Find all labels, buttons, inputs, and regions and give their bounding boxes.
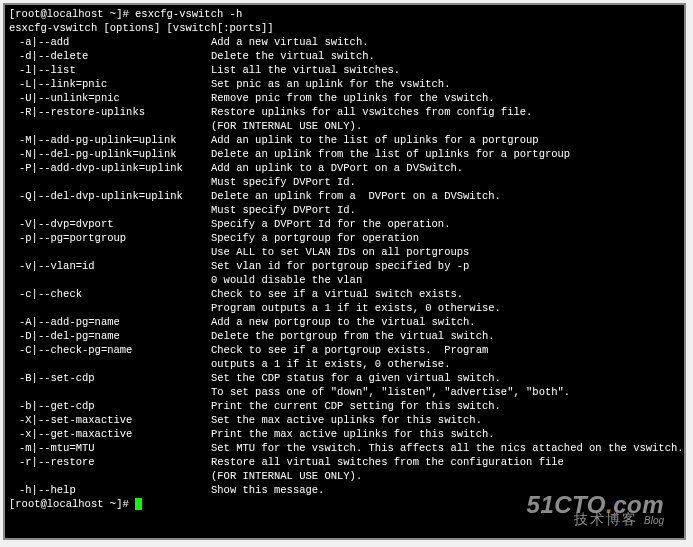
option-flag	[9, 301, 211, 315]
option-row: -U|--unlink=pnicRemove pnic from the upl…	[9, 91, 680, 105]
option-flag: -D|--del-pg=name	[9, 329, 211, 343]
option-row: -Q|--del-dvp-uplink=uplinkDelete an upli…	[9, 189, 680, 203]
option-description: Print the current CDP setting for this s…	[211, 399, 501, 413]
option-row: (FOR INTERNAL USE ONLY).	[9, 469, 680, 483]
option-flag: -M|--add-pg-uplink=uplink	[9, 133, 211, 147]
option-description: Add an uplink to a DVPort on a DVSwitch.	[211, 161, 463, 175]
option-flag: -h|--help	[9, 483, 211, 497]
option-description: Must specify DVPort Id.	[211, 175, 356, 189]
option-row: -L|--link=pnicSet pnic as an uplink for …	[9, 77, 680, 91]
option-row: -m|--mtu=MTUSet MTU for the vswitch. Thi…	[9, 441, 680, 455]
option-description: Restore uplinks for all vswitches from c…	[211, 105, 532, 119]
option-row: -v|--vlan=idSet vlan id for portgroup sp…	[9, 259, 680, 273]
option-row: -C|--check-pg=nameCheck to see if a port…	[9, 343, 680, 357]
option-row: -a|--addAdd a new virtual switch.	[9, 35, 680, 49]
option-row: Must specify DVPort Id.	[9, 203, 680, 217]
option-flag: -V|--dvp=dvport	[9, 217, 211, 231]
option-flag: -P|--add-dvp-uplink=uplink	[9, 161, 211, 175]
option-flag: -l|--list	[9, 63, 211, 77]
option-description: Set the CDP status for a given virtual s…	[211, 371, 501, 385]
option-flag: -d|--delete	[9, 49, 211, 63]
option-flag	[9, 357, 211, 371]
option-flag: -c|--check	[9, 287, 211, 301]
option-description: outputs a 1 if it exists, 0 otherwise.	[211, 357, 450, 371]
option-description: Print the max active uplinks for this sw…	[211, 427, 495, 441]
option-row: -R|--restore-uplinksRestore uplinks for …	[9, 105, 680, 119]
option-description: List all the virtual switches.	[211, 63, 400, 77]
watermark: 51CTO.com 技术博客Blog	[527, 498, 664, 528]
option-description: 0 would disable the vlan	[211, 273, 362, 287]
option-row: To set pass one of "down", "listen", "ad…	[9, 385, 680, 399]
option-description: Specify a portgroup for operation	[211, 231, 419, 245]
option-description: Set pnic as an uplink for the vswitch.	[211, 77, 450, 91]
option-row: -c|--checkCheck to see if a virtual swit…	[9, 287, 680, 301]
option-description: (FOR INTERNAL USE ONLY).	[211, 119, 362, 133]
option-description: To set pass one of "down", "listen", "ad…	[211, 385, 570, 399]
option-description: Must specify DVPort Id.	[211, 203, 356, 217]
option-row: -P|--add-dvp-uplink=uplinkAdd an uplink …	[9, 161, 680, 175]
option-description: Delete an uplink from the list of uplink…	[211, 147, 570, 161]
option-description: Restore all virtual switches from the co…	[211, 455, 564, 469]
option-description: Set MTU for the vswitch. This affects al…	[211, 441, 684, 455]
prompt-user: root@localhost	[15, 8, 103, 20]
usage-line: esxcfg-vswitch [options] [vswitch[:ports…	[9, 21, 680, 35]
option-description: Use ALL to set VLAN IDs on all portgroup…	[211, 245, 469, 259]
option-flag: -a|--add	[9, 35, 211, 49]
option-flag: -x|--get-maxactive	[9, 427, 211, 441]
command-text: esxcfg-vswitch -h	[135, 8, 242, 20]
option-description: Add an uplink to the list of uplinks for…	[211, 133, 539, 147]
option-flag: -m|--mtu=MTU	[9, 441, 211, 455]
option-flag: -r|--restore	[9, 455, 211, 469]
option-flag: -C|--check-pg=name	[9, 343, 211, 357]
option-row: -r|--restoreRestore all virtual switches…	[9, 455, 680, 469]
option-flag: -A|--add-pg=name	[9, 315, 211, 329]
option-row: -b|--get-cdpPrint the current CDP settin…	[9, 399, 680, 413]
option-flag: -X|--set-maxactive	[9, 413, 211, 427]
option-row: -p|--pg=portgroupSpecify a portgroup for…	[9, 231, 680, 245]
option-row: Program outputs a 1 if it exists, 0 othe…	[9, 301, 680, 315]
option-row: -D|--del-pg=nameDelete the portgroup fro…	[9, 329, 680, 343]
option-description: Set the max active uplinks for this swit…	[211, 413, 482, 427]
option-flag	[9, 273, 211, 287]
option-description: Add a new portgroup to the virtual switc…	[211, 315, 476, 329]
option-description: Specify a DVPort Id for the operation.	[211, 217, 450, 231]
option-description: Remove pnic from the uplinks for the vsw…	[211, 91, 495, 105]
option-description: Add a new virtual switch.	[211, 35, 369, 49]
option-flag	[9, 385, 211, 399]
option-row: Must specify DVPort Id.	[9, 175, 680, 189]
option-flag: -p|--pg=portgroup	[9, 231, 211, 245]
option-row: outputs a 1 if it exists, 0 otherwise.	[9, 357, 680, 371]
option-description: Set vlan id for portgroup specified by -…	[211, 259, 469, 273]
option-description: (FOR INTERNAL USE ONLY).	[211, 469, 362, 483]
option-description: Delete the portgroup from the virtual sw…	[211, 329, 495, 343]
option-description: Delete the virtual switch.	[211, 49, 375, 63]
terminal-window[interactable]: [root@localhost ~]# esxcfg-vswitch -h es…	[3, 3, 686, 540]
option-flag: -b|--get-cdp	[9, 399, 211, 413]
prompt-line-1: [root@localhost ~]# esxcfg-vswitch -h	[9, 7, 680, 21]
option-row: -X|--set-maxactiveSet the max active upl…	[9, 413, 680, 427]
option-flag	[9, 175, 211, 189]
option-row: (FOR INTERNAL USE ONLY).	[9, 119, 680, 133]
option-row: Use ALL to set VLAN IDs on all portgroup…	[9, 245, 680, 259]
option-flag: -U|--unlink=pnic	[9, 91, 211, 105]
option-flag: -Q|--del-dvp-uplink=uplink	[9, 189, 211, 203]
watermark-logo: 51CTO.com	[527, 498, 664, 512]
option-flag	[9, 245, 211, 259]
option-flag: -L|--link=pnic	[9, 77, 211, 91]
option-flag: -R|--restore-uplinks	[9, 105, 211, 119]
option-row: -A|--add-pg=nameAdd a new portgroup to t…	[9, 315, 680, 329]
option-row: -B|--set-cdpSet the CDP status for a giv…	[9, 371, 680, 385]
option-row: -M|--add-pg-uplink=uplinkAdd an uplink t…	[9, 133, 680, 147]
option-description: Check to see if a virtual switch exists.	[211, 287, 463, 301]
options-list: -a|--addAdd a new virtual switch.-d|--de…	[9, 35, 680, 497]
option-flag: -B|--set-cdp	[9, 371, 211, 385]
option-flag	[9, 203, 211, 217]
option-description: Program outputs a 1 if it exists, 0 othe…	[211, 301, 501, 315]
option-row: -x|--get-maxactivePrint the max active u…	[9, 427, 680, 441]
option-row: -N|--del-pg-uplink=uplinkDelete an uplin…	[9, 147, 680, 161]
option-row: -V|--dvp=dvportSpecify a DVPort Id for t…	[9, 217, 680, 231]
option-flag: -N|--del-pg-uplink=uplink	[9, 147, 211, 161]
option-row: 0 would disable the vlan	[9, 273, 680, 287]
option-row: -d|--deleteDelete the virtual switch.	[9, 49, 680, 63]
prompt-user: root@localhost	[15, 498, 103, 510]
